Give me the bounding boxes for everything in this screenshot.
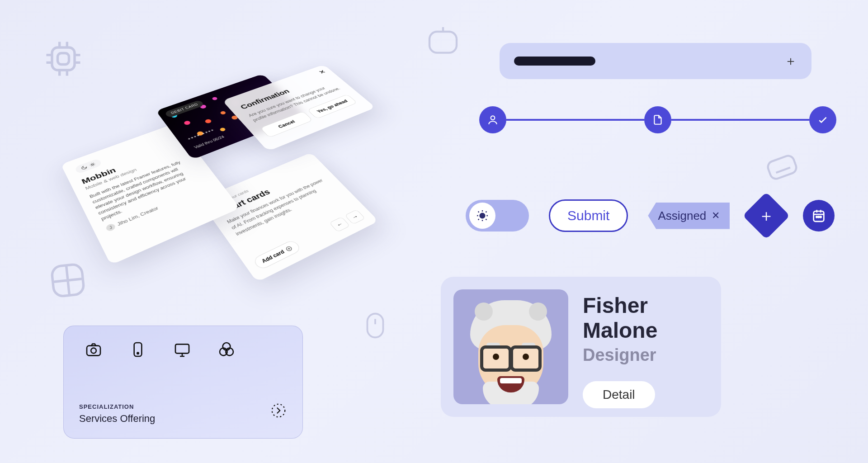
svg-rect-0 — [52, 47, 75, 70]
svg-rect-19 — [175, 344, 189, 353]
profile-card: Fisher Malone Designer Detail — [441, 277, 721, 417]
sun-icon — [89, 161, 96, 167]
close-icon[interactable]: ✕ — [712, 210, 720, 222]
step-user[interactable] — [479, 106, 506, 133]
spec-title: Services Offering — [79, 413, 287, 425]
check-icon — [817, 114, 829, 126]
theme-toggle[interactable] — [74, 158, 102, 174]
submit-button[interactable]: Submit — [549, 199, 628, 232]
overlap-icon[interactable] — [217, 340, 236, 359]
calendar-icon — [811, 208, 826, 223]
step-document[interactable] — [644, 106, 671, 133]
smart-body: Make your finances work for you with the… — [226, 176, 338, 238]
toggle-knob — [469, 203, 495, 229]
sun-icon — [475, 208, 490, 223]
profile-name: Fisher Malone — [583, 293, 708, 343]
svg-rect-5 — [766, 154, 798, 180]
stepper — [479, 106, 836, 133]
profile-role: Designer — [583, 345, 708, 365]
add-card-button[interactable]: Add card — [252, 239, 302, 271]
svg-rect-2 — [429, 32, 457, 53]
smart-cards-card: All your cards Smart cards Make your fin… — [199, 152, 379, 282]
svg-rect-15 — [87, 346, 100, 356]
tag-label: Assigned — [658, 209, 706, 223]
memoji-illustration — [461, 300, 561, 404]
controls-row: Submit Assigned ✕ ＋ — [466, 199, 835, 232]
spec-label: SPECIALIZATION — [79, 403, 287, 410]
svg-point-13 — [818, 216, 820, 217]
svg-point-23 — [272, 404, 285, 417]
prev-arrow[interactable]: ← — [329, 217, 350, 232]
svg-point-6 — [91, 164, 94, 165]
camera-icon[interactable] — [84, 340, 104, 359]
step-line — [671, 119, 809, 121]
add-progress-button[interactable]: ＋ — [784, 52, 797, 70]
svg-point-9 — [491, 116, 495, 120]
phone-icon[interactable] — [128, 340, 148, 359]
assigned-tag[interactable]: Assigned ✕ — [648, 203, 730, 229]
svg-point-16 — [91, 348, 96, 354]
svg-point-12 — [816, 216, 818, 217]
moon-icon — [80, 165, 88, 170]
avatar — [453, 289, 568, 404]
monitor-icon[interactable] — [172, 340, 192, 359]
add-diamond-button[interactable]: ＋ — [743, 192, 790, 240]
specialization-card: SPECIALIZATION Services Offering — [63, 326, 303, 439]
svg-point-14 — [820, 216, 821, 217]
next-arrow[interactable]: → — [344, 209, 365, 225]
progress-fill — [514, 57, 595, 66]
mobbin-title: Mobbin — [80, 142, 183, 186]
step-line — [506, 119, 644, 121]
keyboard-bg-icon — [755, 142, 809, 192]
document-icon — [652, 114, 664, 126]
close-icon[interactable]: ✕ — [317, 69, 328, 75]
game-bg-icon — [425, 23, 461, 59]
svg-rect-4 — [368, 314, 383, 338]
card-showcase: Mobbin Mobile & web design Built with th… — [77, 36, 393, 298]
svg-rect-1 — [58, 53, 69, 65]
author-avatar: J — [105, 223, 116, 232]
mobbin-subtitle: Mobile & web design — [85, 149, 186, 191]
step-done[interactable] — [809, 106, 836, 133]
calendar-button[interactable] — [803, 200, 835, 232]
dark-mode-toggle[interactable] — [466, 200, 529, 232]
svg-point-10 — [480, 213, 485, 218]
user-icon — [487, 114, 499, 126]
plus-circle-icon — [284, 245, 294, 253]
svg-point-18 — [137, 353, 138, 354]
confirm-button[interactable]: Yes, go ahead — [307, 94, 358, 119]
detail-button[interactable]: Detail — [583, 381, 655, 408]
mouse-bg-icon — [359, 307, 391, 344]
progress-bar: ＋ — [500, 43, 811, 79]
spec-arrow-button[interactable] — [270, 402, 287, 421]
